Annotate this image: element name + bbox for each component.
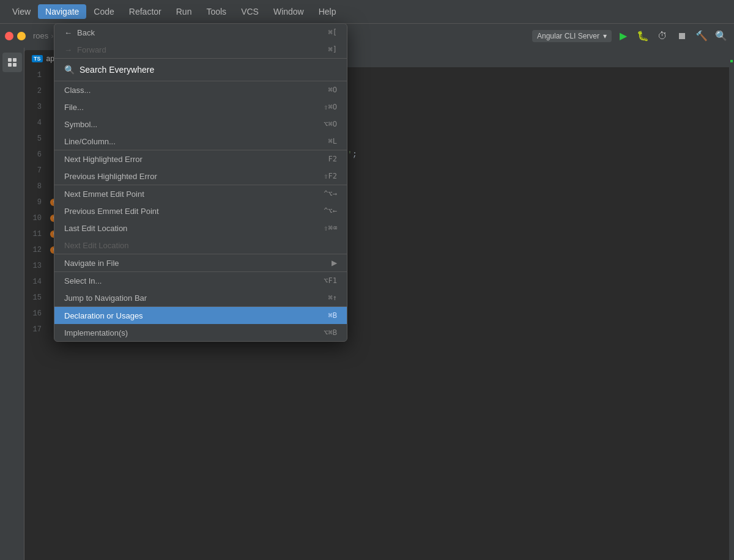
sidebar-strip	[0, 48, 24, 560]
menu-back[interactable]: ← Back ⌘[	[54, 24, 347, 41]
menu-refactor[interactable]: Refactor	[122, 4, 169, 19]
menu-symbol[interactable]: Symbol... ⌥⌘O	[54, 116, 347, 133]
nav-section-search: 🔍 Search Everywhere	[54, 59, 347, 81]
back-shortcut: ⌘[	[328, 28, 337, 37]
breadcrumb-separator: ›	[51, 31, 53, 40]
class-label: Class...	[64, 86, 328, 95]
search-icon: 🔍	[64, 65, 75, 75]
submenu-arrow-icon: ▶	[332, 259, 337, 267]
class-shortcut: ⌘O	[328, 86, 337, 94]
navigate-in-file-label: Navigate in File	[64, 259, 332, 268]
line-number-6: 6	[24, 147, 49, 163]
svg-rect-3	[13, 63, 17, 67]
last-edit-shortcut: ⇧⌘⌫	[324, 224, 337, 232]
file-label: File...	[64, 103, 324, 112]
nav-section-declaration: Declaration or Usages ⌘B Implementation(…	[54, 307, 347, 341]
run-config-chevron: ▾	[603, 32, 607, 40]
traffic-lights	[5, 32, 26, 40]
menu-bar: View Navigate Code Refactor Run Tools VC…	[0, 0, 734, 23]
sidebar-project-icon[interactable]	[2, 53, 22, 72]
select-in-label: Select In...	[64, 276, 324, 286]
menu-vcs[interactable]: VCS	[234, 4, 266, 19]
line-number-17: 17	[24, 322, 49, 337]
menu-code[interactable]: Code	[86, 4, 121, 19]
search-everywhere-label: Search Everywhere	[80, 65, 337, 75]
profile-button[interactable]: ⏱	[654, 28, 670, 44]
line-number-7: 7	[24, 163, 49, 179]
nav-section-file: Navigate in File ▶	[54, 254, 347, 272]
prev-emmet-shortcut: ^⌥←	[324, 207, 337, 215]
line-number-4: 4	[24, 115, 49, 131]
menu-prev-error[interactable]: Previous Highlighted Error ⇧F2	[54, 168, 347, 185]
menu-line-column[interactable]: Line/Column... ⌘L	[54, 133, 347, 150]
run-config[interactable]: Angular CLI Server ▾	[532, 30, 612, 42]
traffic-light-red[interactable]	[5, 32, 13, 40]
jump-nav-shortcut: ⌘↑	[328, 293, 337, 302]
tab-ts-icon: TS	[32, 55, 43, 62]
menu-next-emmet[interactable]: Next Emmet Edit Point ^⌥→	[54, 185, 347, 202]
line-number-8: 8	[24, 179, 49, 194]
menu-search-everywhere[interactable]: 🔍 Search Everywhere	[54, 59, 347, 81]
menu-window[interactable]: Window	[266, 4, 311, 19]
prev-error-label: Previous Highlighted Error	[64, 172, 324, 181]
back-arrow-icon: ←	[64, 28, 72, 37]
line-column-shortcut: ⌘L	[328, 137, 337, 146]
line-number-12: 12	[24, 242, 49, 258]
build-button[interactable]: 🔨	[694, 28, 710, 44]
jump-nav-label: Jump to Navigation Bar	[64, 293, 328, 303]
implementation-shortcut: ⌥⌘B	[324, 328, 337, 337]
run-config-label: Angular CLI Server	[537, 32, 599, 40]
last-edit-label: Last Edit Location	[64, 224, 324, 233]
breadcrumb-root[interactable]: roes	[33, 31, 48, 40]
right-gutter-mark-1	[730, 60, 733, 62]
symbol-shortcut: ⌥⌘O	[324, 120, 337, 128]
nav-section-goto: Class... ⌘O File... ⇧⌘O Symbol... ⌥⌘O Li…	[54, 81, 347, 150]
menu-navigate-in-file[interactable]: Navigate in File ▶	[54, 254, 347, 271]
next-error-label: Next Highlighted Error	[64, 155, 328, 164]
line-number-3: 3	[24, 99, 49, 115]
prev-emmet-label: Previous Emmet Edit Point	[64, 207, 324, 216]
menu-run[interactable]: Run	[169, 4, 199, 19]
forward-arrow-icon: →	[64, 45, 72, 54]
nav-section-emmet: Next Emmet Edit Point ^⌥→ Previous Emmet…	[54, 185, 347, 254]
menu-next-error[interactable]: Next Highlighted Error F2	[54, 150, 347, 168]
traffic-light-yellow[interactable]	[17, 32, 26, 40]
menu-tools[interactable]: Tools	[199, 4, 234, 19]
nav-section-select: Select In... ⌥F1 Jump to Navigation Bar …	[54, 272, 347, 307]
line-number-2: 2	[24, 83, 49, 99]
declaration-label: Declaration or Usages	[64, 311, 328, 320]
forward-shortcut: ⌘]	[328, 45, 337, 54]
declaration-shortcut: ⌘B	[328, 311, 337, 320]
line-column-label: Line/Column...	[64, 137, 328, 146]
menu-class[interactable]: Class... ⌘O	[54, 81, 347, 98]
svg-rect-0	[8, 58, 12, 62]
implementation-label: Implementation(s)	[64, 328, 324, 337]
nav-section-errors: Next Highlighted Error F2 Previous Highl…	[54, 150, 347, 185]
line-number-13: 13	[24, 258, 49, 274]
next-emmet-label: Next Emmet Edit Point	[64, 190, 324, 199]
menu-declaration[interactable]: Declaration or Usages ⌘B	[54, 307, 347, 324]
search-button[interactable]: 🔍	[713, 28, 729, 44]
menu-prev-emmet[interactable]: Previous Emmet Edit Point ^⌥←	[54, 202, 347, 219]
debug-button[interactable]: 🐛	[635, 28, 651, 44]
menu-last-edit[interactable]: Last Edit Location ⇧⌘⌫	[54, 219, 347, 237]
prev-error-shortcut: ⇧F2	[324, 172, 337, 180]
menu-view[interactable]: View	[5, 4, 38, 19]
svg-rect-1	[13, 58, 17, 62]
run-button[interactable]: ▶	[615, 28, 631, 44]
menu-jump-nav[interactable]: Jump to Navigation Bar ⌘↑	[54, 289, 347, 306]
menu-select-in[interactable]: Select In... ⌥F1	[54, 272, 347, 289]
menu-file[interactable]: File... ⇧⌘O	[54, 98, 347, 116]
toolbar-right: Angular CLI Server ▾ ▶ 🐛 ⏱ ⏹ 🔨 🔍	[532, 28, 729, 44]
menu-navigate[interactable]: Navigate	[38, 4, 86, 19]
svg-rect-2	[8, 63, 12, 67]
menu-help[interactable]: Help	[311, 4, 344, 19]
line-number-9: 9	[24, 194, 49, 210]
stop-button[interactable]: ⏹	[674, 28, 690, 44]
nav-section-backfwd: ← Back ⌘[ → Forward ⌘]	[54, 24, 347, 59]
line-number-10: 10	[24, 210, 49, 226]
line-number-14: 14	[24, 274, 49, 290]
line-number-15: 15	[24, 290, 49, 306]
line-number-5: 5	[24, 131, 49, 147]
menu-implementation[interactable]: Implementation(s) ⌥⌘B	[54, 324, 347, 341]
